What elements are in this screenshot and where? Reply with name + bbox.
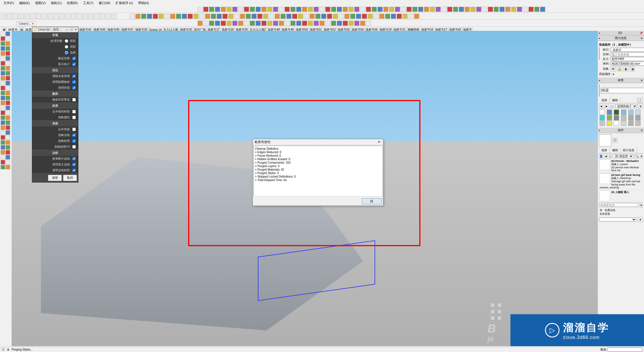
tool1b-41[interactable]	[368, 14, 373, 19]
ltool-a-1[interactable]	[1, 36, 5, 41]
tool1b-34[interactable]	[327, 14, 332, 19]
mat-menu-icon[interactable]: ▾	[638, 103, 643, 109]
tool1b-38[interactable]	[350, 14, 355, 19]
xd-header[interactable]: XD📌	[598, 31, 644, 35]
tool1b-3[interactable]	[147, 14, 152, 19]
swatch-14[interactable]	[614, 121, 619, 126]
swatch-2[interactable]	[614, 110, 619, 115]
ltool-a-9[interactable]	[1, 76, 5, 81]
ext-tool-13[interactable]	[273, 7, 278, 12]
ltool-b-11[interactable]	[6, 86, 10, 90]
ltool-a-17[interactable]	[1, 115, 5, 120]
ltool-a-7[interactable]	[1, 66, 5, 71]
style-cat-select[interactable]	[599, 217, 636, 221]
ltool-a-5[interactable]	[1, 56, 5, 61]
purge-unused-check[interactable]	[72, 74, 76, 78]
ext-tool-4[interactable]	[221, 7, 226, 12]
ext-tool-33[interactable]	[389, 7, 394, 12]
tool1b-25[interactable]	[275, 14, 280, 19]
tool1b-35[interactable]	[333, 14, 338, 19]
tool1b-9[interactable]	[182, 14, 187, 19]
ext-tool-20[interactable]	[314, 7, 319, 12]
ltool-b-3[interactable]	[6, 46, 10, 51]
tool2-9[interactable]	[250, 21, 255, 26]
menu-extensions[interactable]: 扩展程序 (x)	[113, 0, 135, 6]
tool1b-26[interactable]	[280, 14, 286, 19]
measurement-input[interactable]	[607, 347, 642, 352]
ext-tool-1[interactable]	[203, 7, 208, 12]
purge-lonely-check[interactable]	[72, 163, 76, 166]
tool1b-7[interactable]	[170, 14, 175, 19]
ignore-mat-check[interactable]	[72, 139, 76, 143]
tool2-7[interactable]	[238, 21, 243, 26]
comp-tab-edit[interactable]: 编辑	[610, 148, 620, 153]
ext-tool-15[interactable]	[285, 7, 290, 12]
ltool-b-20[interactable]	[6, 130, 10, 135]
merge-coplanar-check[interactable]	[72, 128, 76, 131]
ext-tool-27[interactable]	[354, 7, 359, 12]
ltool-a-8[interactable]	[1, 71, 5, 76]
ltool-a-15[interactable]	[1, 106, 5, 110]
components-header[interactable]: 组件✕	[598, 128, 644, 133]
ltool-b-9[interactable]	[6, 76, 10, 81]
tool1-6[interactable]	[36, 14, 41, 19]
tool1b-47[interactable]	[402, 14, 408, 19]
toggle-cast-icon[interactable]: ◑	[630, 66, 635, 72]
ext-tool-46[interactable]	[465, 7, 470, 12]
tool2-5[interactable]	[226, 21, 232, 26]
tool1b-10[interactable]	[188, 14, 193, 19]
ext-tool-16[interactable]	[290, 7, 296, 12]
tool1b-28[interactable]	[292, 14, 297, 19]
ltool-b-5[interactable]	[6, 56, 10, 61]
eyedropper-icon[interactable]: /	[638, 98, 643, 103]
tool1b-17[interactable]	[228, 14, 233, 19]
tool1b-0[interactable]	[129, 14, 135, 19]
swatch-13[interactable]	[607, 121, 612, 126]
ext-tool-19[interactable]	[308, 7, 313, 12]
tool2-16[interactable]	[290, 21, 296, 26]
ltool-b-16[interactable]	[6, 110, 10, 115]
ext-tool-21[interactable]	[319, 7, 325, 12]
component-source-select[interactable]: 3D 模型库	[613, 154, 634, 158]
ltool-b-0[interactable]	[6, 31, 10, 36]
tool1b-8[interactable]	[176, 14, 181, 19]
ext-tool-0[interactable]	[197, 7, 203, 12]
tool1b-30[interactable]	[304, 14, 309, 19]
comp-info-icon[interactable]: ⓘ	[612, 138, 618, 143]
purge-coplanar-check[interactable]	[72, 86, 76, 90]
ltool-b-18[interactable]	[6, 120, 10, 125]
tool1-8[interactable]	[48, 14, 53, 19]
cleanup-titlebar[interactable]: 🧹 CleanUp³ - 清理... — ☐ ✕	[32, 27, 78, 32]
tool1-15[interactable]	[88, 14, 93, 19]
merge-mat-check[interactable]	[72, 110, 76, 113]
scope-selection-radio[interactable]	[65, 51, 68, 54]
tool1b-14[interactable]	[211, 14, 216, 19]
toggle-lock-icon[interactable]: 🔒	[617, 66, 622, 72]
menu-help[interactable]: 帮助(H)	[136, 0, 151, 6]
ext-tool-26[interactable]	[348, 7, 354, 12]
ltool-b-25[interactable]	[6, 155, 10, 160]
ext-tool-35[interactable]	[401, 7, 406, 12]
ltool-b-6[interactable]	[6, 61, 10, 66]
ext-tool-47[interactable]	[470, 7, 476, 12]
expand-icon[interactable]: ▾	[613, 73, 614, 76]
swatch-12[interactable]	[600, 121, 605, 126]
menu-window[interactable]: 窗口(W)	[96, 0, 113, 6]
ext-tool-9[interactable]	[250, 7, 255, 12]
maximize-icon[interactable]: ☐	[69, 28, 75, 31]
ltool-b-24[interactable]	[6, 150, 10, 155]
tool1-16[interactable]	[94, 14, 99, 19]
tool1b-42[interactable]	[373, 14, 379, 19]
close-icon[interactable]: ✕	[641, 37, 643, 40]
swatch-16[interactable]	[628, 121, 634, 126]
tool1b-1[interactable]	[135, 14, 141, 19]
cancel-button[interactable]: 取消	[63, 175, 77, 181]
tool1b-29[interactable]	[298, 14, 303, 19]
ltool-b-19[interactable]	[6, 125, 10, 130]
entity-info-header[interactable]: 图元信息✕	[598, 35, 644, 41]
ext-tool-10[interactable]	[256, 7, 261, 12]
tool2-14[interactable]	[279, 21, 284, 26]
tool2-28[interactable]	[360, 21, 365, 26]
ext-tool-2[interactable]	[209, 7, 214, 12]
tool1b-46[interactable]	[397, 14, 402, 19]
